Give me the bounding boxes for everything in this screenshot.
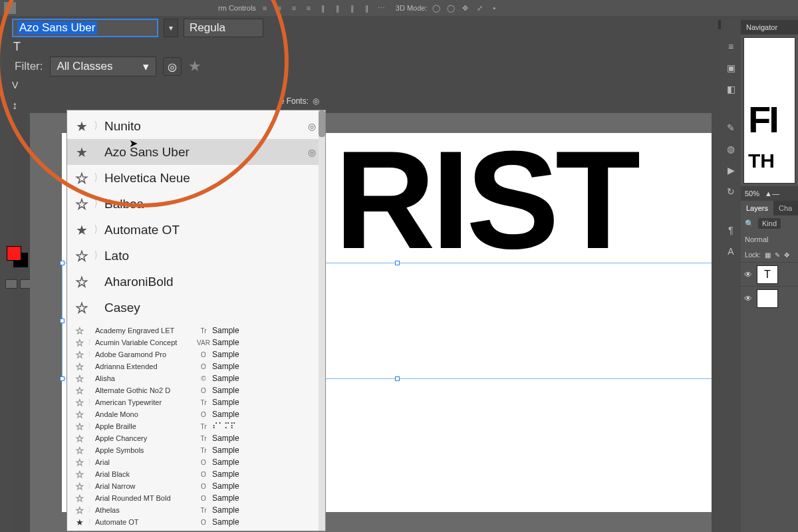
history-icon[interactable]: ↻ xyxy=(724,185,737,198)
font-family-dropdown-button[interactable]: ▾ xyxy=(164,19,178,37)
foreground-color[interactable] xyxy=(7,246,21,261)
favorite-star-icon[interactable]: ★ xyxy=(74,386,86,396)
expand-chevron-icon[interactable]: 〉 xyxy=(90,172,104,184)
featured-font-row[interactable]: ★〉Balboa xyxy=(67,191,325,217)
handle-mid-left[interactable] xyxy=(60,319,65,323)
navigator-tab[interactable]: Navigator xyxy=(741,20,798,35)
play-icon[interactable]: ▶ xyxy=(724,164,737,177)
handle-bot-left[interactable] xyxy=(60,376,65,381)
tab-layers[interactable]: Layers xyxy=(741,201,773,215)
favorite-star-icon[interactable]: ★ xyxy=(74,458,86,467)
favorite-star-icon[interactable]: ★ xyxy=(74,481,86,491)
favorite-star-icon[interactable]: ★ xyxy=(74,493,86,503)
font-list-row[interactable]: ★Academy Engraved LETTrSample xyxy=(67,325,325,336)
visibility-icon[interactable]: 👁 xyxy=(743,270,753,279)
favorite-star-icon[interactable]: ★ xyxy=(74,196,90,212)
3d-camera-icon[interactable]: ▪ xyxy=(489,2,501,14)
favorite-star-icon[interactable]: ★ xyxy=(74,422,86,432)
handle-top-left[interactable] xyxy=(60,261,65,265)
favorite-star-icon[interactable]: ★ xyxy=(74,144,90,160)
favorite-star-icon[interactable]: ★ xyxy=(74,446,86,456)
featured-font-row[interactable]: ★〉Lato xyxy=(67,243,325,269)
featured-font-row[interactable]: ★AharoniBold xyxy=(67,269,325,295)
featured-font-row[interactable]: ★〉Helvetica Neue xyxy=(67,165,325,191)
font-list-row[interactable]: ★〉Adobe Garamond ProOSample xyxy=(67,348,325,360)
align-center-icon[interactable]: ≡ xyxy=(273,2,285,14)
visibility-icon[interactable]: 👁 xyxy=(743,294,753,303)
expand-chevron-icon[interactable]: 〉 xyxy=(86,350,95,359)
favorite-star-icon[interactable]: ★ xyxy=(74,410,86,420)
font-list-row[interactable]: ★Arial BlackOSample xyxy=(67,468,325,480)
paragraph-icon[interactable]: ¶ xyxy=(724,223,737,237)
favorite-star-icon[interactable]: ★ xyxy=(74,326,86,336)
navigator-preview[interactable]: FI TH xyxy=(743,37,795,184)
3d-orbit-icon[interactable]: ◯ xyxy=(430,2,442,14)
font-list-row[interactable]: ★〉Automate OTOSample xyxy=(67,516,325,528)
font-list-row[interactable]: ★Alisha©Sample xyxy=(67,372,325,384)
color-swatches[interactable] xyxy=(7,246,21,275)
favorite-star-icon[interactable]: ★ xyxy=(74,517,86,527)
more-icon[interactable]: ⋯ xyxy=(376,2,388,14)
valign-top-icon[interactable]: ‖ xyxy=(317,2,329,14)
layer-text[interactable]: 👁 T xyxy=(741,262,798,286)
blend-mode-select[interactable]: Normal xyxy=(741,231,798,247)
featured-font-row[interactable]: ★〉Nunito◎ xyxy=(67,113,325,139)
tab-channels[interactable]: Cha xyxy=(773,201,797,215)
font-list-row[interactable]: ★〉Arial NarrowOSample xyxy=(67,480,325,492)
valign-bot-icon[interactable]: ‖ xyxy=(346,2,358,14)
font-list-row[interactable]: ★〉ArialOSample xyxy=(67,456,325,468)
move-tool-icon[interactable]: V xyxy=(12,80,18,90)
font-list-row[interactable]: ★〉Apple BrailleTr⠎⠁⠍⠏ xyxy=(67,420,325,432)
creative-cloud-icon[interactable]: ◎ xyxy=(163,57,182,76)
expand-chevron-icon[interactable]: 〉 xyxy=(90,249,104,262)
expand-chevron-icon[interactable]: 〉 xyxy=(90,223,104,236)
transform-tool-icon[interactable]: ↕ xyxy=(12,100,17,112)
favorite-star-icon[interactable]: ★ xyxy=(74,338,86,348)
layer-background[interactable]: 👁 xyxy=(741,286,798,310)
favorite-star-icon[interactable]: ★ xyxy=(74,222,90,238)
favorite-star-icon[interactable]: ★ xyxy=(74,300,90,316)
align-left-icon[interactable]: ≡ xyxy=(259,2,271,14)
font-list-row[interactable]: ★〉AvenirTrSample xyxy=(67,528,325,531)
font-list-row[interactable]: ★〉AthelasTrSample xyxy=(67,504,325,516)
favorite-star-icon[interactable]: ★ xyxy=(74,529,86,532)
favorite-star-icon[interactable]: ★ xyxy=(74,505,86,515)
handle-bot-mid[interactable] xyxy=(395,376,400,381)
type-tool-icon[interactable]: T xyxy=(13,40,21,54)
brush-icon[interactable]: ✎ xyxy=(724,121,737,134)
favorite-star-icon[interactable]: ★ xyxy=(74,350,86,360)
ruler-icon[interactable]: ▣ xyxy=(724,61,737,74)
favorite-star-icon[interactable]: ★ xyxy=(74,248,90,264)
zoom-slider-icon[interactable]: ▲— xyxy=(765,190,779,198)
font-list-row[interactable]: ★Andale MonoOSample xyxy=(67,408,325,420)
home-icon[interactable] xyxy=(4,2,16,14)
featured-font-row[interactable]: ★Azo Sans Uber◎ xyxy=(67,139,325,165)
font-list-row[interactable]: ★Adrianna ExtendedOSample xyxy=(67,360,325,372)
expand-chevron-icon[interactable]: 〉 xyxy=(86,458,95,467)
expand-chevron-icon[interactable]: 〉 xyxy=(86,529,95,531)
expand-chevron-icon[interactable]: 〉 xyxy=(86,517,95,527)
expand-chevron-icon[interactable]: 〉 xyxy=(86,422,95,431)
expand-chevron-icon[interactable]: 〉 xyxy=(90,198,104,210)
featured-font-row[interactable]: ★Casey xyxy=(67,295,325,321)
valign-mid-icon[interactable]: ‖ xyxy=(332,2,344,14)
zoom-control[interactable]: 50% ▲— xyxy=(741,186,798,201)
favorite-star-icon[interactable]: ★ xyxy=(74,274,90,290)
favorites-filter-icon[interactable]: ★ xyxy=(188,58,201,75)
layer-kind-filter[interactable]: 🔍Kind xyxy=(741,215,798,231)
scrollbar-thumb[interactable] xyxy=(319,110,325,137)
filter-classes-select[interactable]: All Classes ▾ xyxy=(50,57,156,76)
font-list-row[interactable]: ★〉American TypewriterTrSample xyxy=(67,396,325,408)
font-weight-select[interactable]: Regula xyxy=(184,19,263,37)
sliders-icon[interactable]: ≡ xyxy=(724,40,737,53)
3d-scale-icon[interactable]: ⤢ xyxy=(474,2,486,14)
font-list-row[interactable]: ★Alternate Gothic No2 DOSample xyxy=(67,384,325,396)
font-list-row[interactable]: ★Apple SymbolsTrSample xyxy=(67,444,325,456)
align-right-icon[interactable]: ≡ xyxy=(288,2,300,14)
expand-chevron-icon[interactable]: 〉 xyxy=(86,398,95,407)
favorite-star-icon[interactable]: ★ xyxy=(74,469,86,479)
favorite-star-icon[interactable]: ★ xyxy=(74,362,86,372)
expand-chevron-icon[interactable]: 〉 xyxy=(90,120,104,132)
lock-pixel-icon[interactable]: ✎ xyxy=(775,251,780,259)
lock-transparency-icon[interactable]: ▦ xyxy=(765,251,771,259)
